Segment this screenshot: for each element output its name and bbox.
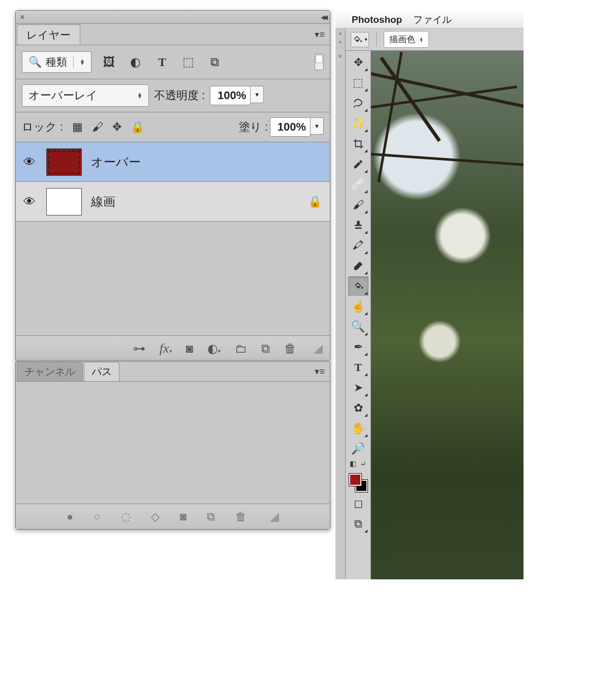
foreground-color-swatch[interactable] [349, 474, 361, 486]
lock-fill-row: ロック : ▦ 🖌 ✥ 🔒 塗り : 100% ▼ [16, 112, 330, 142]
layer-name[interactable]: 線画 [91, 194, 299, 210]
channels-paths-panel: チャンネル パス ▾≡ ● ○ ◌ ◇ ◙ ⧉ 🗑 [15, 361, 330, 530]
file-menu[interactable]: ファイル [413, 13, 452, 26]
panel-menu-icon[interactable]: ▾≡ [310, 29, 330, 40]
screenmode-toggle[interactable]: ⧉ [348, 514, 368, 534]
lasso-tool[interactable] [348, 94, 368, 113]
blend-mode-dropdown[interactable]: オーバーレイ ▲▼ [22, 84, 149, 107]
opacity-dropdown-button[interactable]: ▼ [251, 86, 264, 103]
paint-bucket-tool[interactable] [348, 276, 368, 296]
shape-tool[interactable]: ✿ [348, 398, 368, 418]
blend-mode-value: オーバーレイ [28, 88, 98, 103]
layer-row[interactable]: 👁 線画 🔒 [16, 182, 330, 222]
lock-all-icon[interactable]: 🔒 [131, 120, 144, 134]
layer-filter-icons: 🖼 ◐ T ⬚ ⧉ [103, 55, 222, 69]
color-swatches[interactable] [348, 473, 368, 493]
fill-dropdown-button[interactable]: ▼ [311, 117, 324, 135]
resize-grip-icon[interactable] [269, 512, 279, 522]
layers-panel-tabs: レイヤー ▾≡ [16, 24, 330, 45]
filter-kind-label: 種類 [46, 55, 67, 69]
new-group-icon[interactable]: 🗀 [235, 342, 247, 356]
eyedropper-tool[interactable] [348, 154, 368, 174]
expand-icon[interactable]: » [338, 39, 342, 45]
layers-list: 👁 オーバー 👁 線画 🔒 [16, 142, 330, 335]
zoom-tool[interactable]: 🔎 [348, 439, 368, 458]
fill-path-icon[interactable]: ● [67, 510, 73, 523]
crop-tool[interactable] [348, 134, 368, 153]
current-tool-icon[interactable]: ▼ [351, 32, 369, 47]
hand-tool[interactable]: ✋ [348, 419, 368, 438]
make-workpath-icon[interactable]: ◇ [151, 510, 160, 523]
document-canvas[interactable] [371, 51, 523, 579]
lock-position-icon[interactable]: ✥ [112, 120, 121, 134]
tool-palette: ✥ ⬚ ✨ 🩹 🖌 🖍 ☝ 🔍 ✒ T ➤ ✿ ✋ 🔎 ◧⤾ [346, 51, 371, 579]
docked-panel-strip[interactable]: × » [335, 28, 346, 51]
history-brush-tool[interactable]: 🖍 [348, 236, 368, 255]
magic-wand-tool[interactable]: ✨ [348, 114, 368, 133]
fill-source-label: 描画色 [389, 34, 415, 45]
layer-thumbnail[interactable] [46, 148, 82, 176]
app-menu[interactable]: Photoshop [352, 14, 402, 25]
path-select-tool[interactable]: ➤ [348, 378, 368, 397]
layer-row[interactable]: 👁 オーバー [16, 142, 330, 182]
filter-toggle-switch[interactable] [315, 54, 324, 70]
fill-field[interactable]: 100% [270, 117, 311, 137]
eraser-tool[interactable] [348, 256, 368, 275]
lock-pixels-icon[interactable]: 🖌 [92, 120, 103, 134]
blend-opacity-row: オーバーレイ ▲▼ 不透明度 : 100% ▼ [16, 79, 330, 112]
brush-tool[interactable]: 🖌 [348, 195, 368, 214]
collapsed-panel-icon[interactable]: ≡ [338, 53, 342, 59]
filter-adjust-icon[interactable]: ◐ [129, 55, 142, 69]
opacity-label: 不透明度 : [154, 88, 205, 103]
layer-effects-icon[interactable]: fx▾ [160, 341, 172, 356]
type-tool[interactable]: T [348, 358, 368, 377]
add-mask-icon[interactable]: ◙ [186, 342, 194, 356]
layer-name[interactable]: オーバー [91, 154, 324, 170]
filter-smart-icon[interactable]: ⧉ [208, 55, 222, 69]
docked-panel-strip[interactable]: ≡ [335, 51, 346, 579]
move-tool[interactable]: ✥ [348, 53, 368, 72]
marquee-tool[interactable]: ⬚ [348, 73, 368, 92]
filter-type-icon[interactable]: T [156, 55, 169, 69]
add-mask-from-path-icon[interactable]: ◙ [180, 510, 187, 523]
fill-label: 塗り : [239, 119, 268, 135]
dodge-tool[interactable]: 🔍 [348, 317, 368, 336]
filter-kind-dropdown[interactable]: 🔍 種類 ▲▼ [22, 51, 91, 73]
lock-transparency-icon[interactable]: ▦ [72, 120, 83, 134]
paths-list [16, 382, 330, 504]
stroke-path-icon[interactable]: ○ [94, 510, 100, 523]
paths-footer: ● ○ ◌ ◇ ◙ ⧉ 🗑 [16, 504, 330, 529]
tab-channels[interactable]: チャンネル [17, 362, 83, 381]
visibility-toggle-icon[interactable]: 👁 [22, 155, 37, 169]
paths-panel-tabs: チャンネル パス ▾≡ [16, 361, 330, 382]
stamp-tool[interactable] [348, 215, 368, 235]
panel-menu-icon[interactable]: ▾≡ [310, 366, 330, 377]
fill-source-dropdown[interactable]: 描画色 ▲▼ [384, 31, 429, 48]
color-swap-icons[interactable]: ◧⤾ [350, 459, 366, 468]
smudge-tool[interactable]: ☝ [348, 297, 368, 316]
new-path-icon[interactable]: ⧉ [207, 510, 215, 523]
collapse-icon[interactable]: ◀◀ [321, 14, 326, 21]
delete-path-icon[interactable]: 🗑 [235, 510, 247, 523]
tab-layers[interactable]: レイヤー [17, 24, 80, 45]
add-adjustment-icon[interactable]: ◐▾ [207, 342, 221, 356]
quickmask-toggle[interactable]: ◻ [348, 494, 368, 513]
visibility-toggle-icon[interactable]: 👁 [22, 195, 37, 209]
opacity-field[interactable]: 100% [210, 86, 251, 105]
close-icon[interactable]: × [20, 12, 25, 22]
link-layers-icon[interactable]: ⊶ [133, 342, 145, 356]
filter-shape-icon[interactable]: ⬚ [182, 55, 195, 69]
resize-grip-icon[interactable] [313, 344, 323, 354]
panel-drag-bar[interactable]: × ◀◀ [16, 11, 330, 24]
delete-layer-icon[interactable]: 🗑 [284, 342, 296, 356]
tab-paths[interactable]: パス [84, 362, 119, 381]
layer-thumbnail[interactable] [46, 188, 82, 215]
options-bar: ▼ 描画色 ▲▼ [346, 28, 523, 51]
close-icon[interactable]: × [338, 30, 342, 37]
path-to-selection-icon[interactable]: ◌ [121, 510, 131, 523]
pen-tool[interactable]: ✒ [348, 337, 368, 357]
layers-panel: × ◀◀ レイヤー ▾≡ 🔍 種類 ▲▼ 🖼 ◐ T ⬚ ⧉ [15, 10, 330, 361]
filter-image-icon[interactable]: 🖼 [103, 55, 116, 69]
healing-tool[interactable]: 🩹 [348, 175, 368, 194]
new-layer-icon[interactable]: ⧉ [261, 342, 270, 356]
